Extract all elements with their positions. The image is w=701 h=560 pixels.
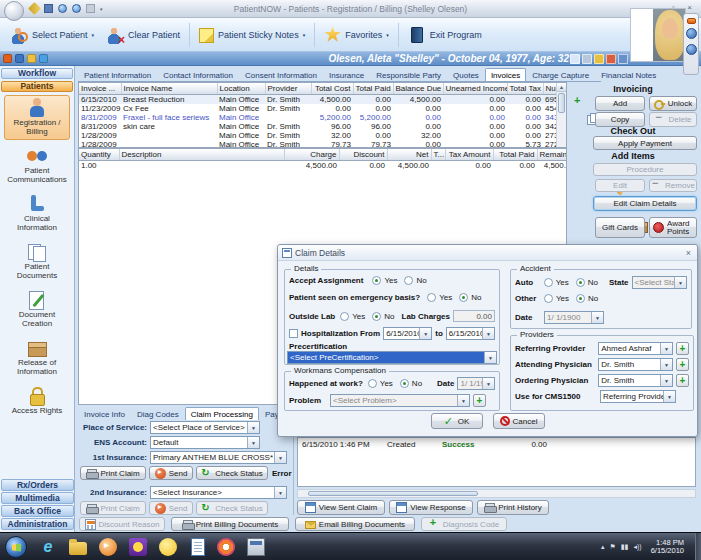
detail-tab-claim-processing[interactable]: Claim Processing bbox=[185, 407, 259, 420]
print-billing-documents-button[interactable]: Print Billing Documents bbox=[171, 517, 289, 531]
check-status-button[interactable]: Check Status bbox=[196, 466, 268, 480]
chevron-down-icon[interactable]: ▾ bbox=[92, 32, 95, 38]
detail-tab-invoice-info[interactable]: Invoice Info bbox=[78, 407, 131, 420]
award-points-button[interactable]: Award Points bbox=[649, 217, 697, 238]
hospitalization-checkbox[interactable] bbox=[289, 329, 298, 338]
email-billing-documents-button[interactable]: Email Billing Documents bbox=[295, 517, 415, 531]
banner-grid-icon[interactable] bbox=[618, 54, 628, 64]
chat-smiley-icon[interactable] bbox=[159, 538, 177, 556]
chat-purple-icon[interactable] bbox=[129, 538, 147, 556]
chevron-down-icon[interactable]: ▾ bbox=[303, 32, 306, 38]
tab-invoices[interactable]: Invoices bbox=[485, 68, 526, 81]
sticky-notes-button[interactable]: Patient Sticky Notes ▾ bbox=[193, 22, 311, 48]
history-scrollbar[interactable] bbox=[297, 489, 696, 498]
invoice-row[interactable]: 1/28/2009Main OfficeDr. Smith79.7379.730… bbox=[79, 140, 556, 148]
send-claim-button[interactable]: Send bbox=[149, 466, 193, 480]
print-history-button[interactable]: Print History bbox=[477, 500, 549, 515]
folder-icon[interactable] bbox=[69, 542, 87, 555]
claim-history-list[interactable]: 6/15/2010 1:46 PM Created Success 0.00 bbox=[297, 437, 696, 487]
claim-history-row[interactable]: 6/15/2010 1:46 PM Created Success 0.00 bbox=[298, 438, 695, 451]
precertification-select[interactable]: <Select PreCertification> bbox=[287, 351, 497, 364]
banner-pencil-icon[interactable] bbox=[594, 54, 604, 64]
sidebar-item-access-rights[interactable]: Access Rights bbox=[4, 383, 70, 420]
sidebar-section-back-office[interactable]: Back Office bbox=[1, 505, 74, 517]
outside-lab-no-radio[interactable] bbox=[372, 312, 381, 321]
show-desktop-button[interactable] bbox=[695, 533, 701, 560]
document-app-icon[interactable] bbox=[191, 538, 205, 556]
sidebar-item-registration-billing[interactable]: Registration / Billing bbox=[4, 95, 70, 140]
tray-expand-icon[interactable]: ▴ bbox=[601, 543, 605, 551]
banner-folder-icon[interactable] bbox=[27, 54, 36, 63]
sidebar-item-patient-communications[interactable]: Patient Communications bbox=[4, 143, 70, 188]
view-sent-claim-button[interactable]: View Sent Claim bbox=[297, 500, 385, 515]
sidebar-section-patients[interactable]: Patients bbox=[1, 81, 73, 92]
invoice-row[interactable]: 6/15/2010Breast ReductionMain OfficeDr. … bbox=[79, 95, 556, 105]
use-for-cms1500-select[interactable]: Referring Provider bbox=[600, 390, 676, 403]
column-header-charge[interactable]: Charge bbox=[284, 149, 339, 161]
column-header-quantity[interactable]: Quantity bbox=[79, 149, 119, 161]
gift-cards-button[interactable]: Gift Cards bbox=[595, 217, 645, 238]
auto-yes-radio[interactable] bbox=[544, 278, 553, 287]
sidebar-section-workflow[interactable]: Workflow bbox=[1, 68, 73, 79]
sidebar-section-rx-orders[interactable]: Rx/Orders bbox=[1, 479, 74, 491]
tab-quotes[interactable]: Quotes bbox=[447, 68, 485, 81]
tray-flag-icon[interactable]: ⚑ bbox=[609, 543, 615, 551]
tray-network-icon[interactable]: ▮▮ bbox=[621, 543, 629, 551]
banner-card-icon[interactable] bbox=[582, 54, 592, 64]
exit-program-button[interactable]: Exit Program bbox=[402, 22, 488, 48]
line-item-row[interactable]: 1.004,500.000.004,500.000.000.004,500. bbox=[79, 161, 567, 171]
app-menu-orb[interactable] bbox=[4, 1, 24, 21]
tab-consent-information[interactable]: Consent Information bbox=[239, 68, 323, 81]
favorites-button[interactable]: Favorites ▾ bbox=[318, 22, 395, 48]
happened-no-radio[interactable] bbox=[400, 379, 409, 388]
invoice-row[interactable]: 8/31/2009Fraxel - full face seriewsMain … bbox=[79, 113, 556, 122]
tab-contact-information[interactable]: Contact Information bbox=[157, 68, 239, 81]
scroll-thumb[interactable] bbox=[308, 491, 478, 496]
banner-info-icon[interactable] bbox=[39, 54, 48, 63]
auto-no-radio[interactable] bbox=[576, 278, 585, 287]
edit-claim-details-button[interactable]: Edit Claim Details bbox=[593, 196, 697, 211]
accept-assignment-no-radio[interactable] bbox=[404, 276, 413, 285]
banner-page-icon[interactable] bbox=[570, 54, 580, 64]
dialog-title-bar[interactable]: Claim Details × bbox=[278, 245, 697, 261]
first-insurance-select[interactable]: Primary ANTHEM BLUE CROSS* bbox=[150, 451, 287, 464]
invoice-row[interactable]: 1/28/2009Main OfficeDr. Smith32.000.0032… bbox=[79, 131, 556, 140]
column-header-description[interactable]: Description bbox=[119, 149, 284, 161]
add-problem-button[interactable]: + bbox=[473, 394, 486, 407]
column-header-total-paid[interactable]: Total Paid bbox=[353, 83, 393, 95]
hospitalization-to-date[interactable]: 6/15/2010 bbox=[446, 327, 495, 340]
detail-tab-payments[interactable]: Payments bbox=[259, 407, 278, 420]
app-window-icon[interactable] bbox=[247, 538, 265, 556]
tab-financial-notes[interactable]: Financial Notes bbox=[595, 68, 662, 81]
column-header-total-paid[interactable]: Total Paid bbox=[493, 149, 537, 161]
banner-check-icon[interactable] bbox=[15, 54, 24, 63]
palette-orange-button[interactable] bbox=[687, 18, 696, 24]
tab-patient-information[interactable]: Patient Information bbox=[78, 68, 157, 81]
referring-provider-select[interactable]: Ahmed Ashraf bbox=[598, 342, 673, 355]
add-attending-physician-button[interactable]: + bbox=[676, 358, 689, 371]
attending-physician-select[interactable]: Dr. Smith bbox=[598, 358, 673, 371]
start-orb[interactable] bbox=[5, 536, 27, 558]
tab-charge-capture[interactable]: Charge Capture bbox=[526, 68, 595, 81]
patient-photo[interactable] bbox=[653, 9, 685, 61]
invoice-row[interactable]: 11/23/2009Cx FeeMain OfficeDr. Smith0.00… bbox=[79, 104, 556, 113]
column-header-provider[interactable]: Provider bbox=[265, 83, 311, 95]
detail-tab-diag-codes[interactable]: Diag Codes bbox=[131, 407, 185, 420]
sidebar-item-document-creation[interactable]: Document Creation bbox=[4, 287, 70, 332]
column-header-tax-amount[interactable]: Tax Amount bbox=[445, 149, 493, 161]
column-header-number[interactable]: Number bbox=[543, 83, 556, 95]
other-no-radio[interactable] bbox=[576, 294, 585, 303]
column-header-discount[interactable]: Discount bbox=[339, 149, 387, 161]
dialog-close-icon[interactable]: × bbox=[684, 248, 693, 258]
print-claim-button[interactable]: Print Claim bbox=[80, 466, 146, 480]
tab-insurance[interactable]: Insurance bbox=[323, 68, 370, 81]
palette-browse-button[interactable] bbox=[686, 44, 697, 55]
sidebar-item-release-of-information[interactable]: Release of Information bbox=[4, 335, 70, 380]
cancel-button[interactable]: Cancel bbox=[493, 413, 545, 429]
sidebar-section-administration[interactable]: Administration bbox=[1, 518, 74, 530]
tab-responsible-party[interactable]: Responsible Party bbox=[370, 68, 447, 81]
column-header-balance-due[interactable]: Balance Due bbox=[393, 83, 443, 95]
ok-button[interactable]: OK bbox=[431, 413, 483, 429]
outside-lab-yes-radio[interactable] bbox=[340, 312, 349, 321]
view-response-button[interactable]: View Response bbox=[389, 500, 473, 515]
